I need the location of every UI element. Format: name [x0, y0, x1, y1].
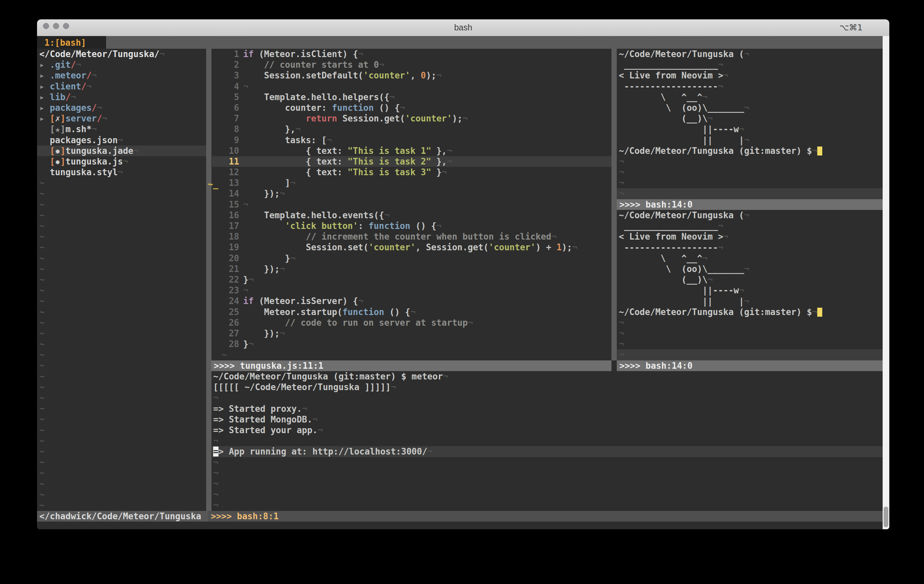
- terminal-line: ¬: [211, 392, 883, 403]
- nerdtree-item[interactable]: ▸ client/¬: [37, 81, 208, 92]
- empty-line-tilde: ~: [37, 307, 208, 318]
- empty-line-tilde: ~: [37, 264, 208, 274]
- terminal-line: ¬: [211, 489, 883, 500]
- code-line: 14 });¬: [211, 188, 611, 199]
- statusline-editor: >>>> tunguska.js:11:1: [211, 361, 611, 371]
- terminal-line: => Started your app.¬: [211, 425, 883, 435]
- code-line: 8 },¬: [211, 124, 611, 134]
- empty-line-tilde: ~: [37, 425, 208, 435]
- terminal-cursor: [817, 147, 822, 156]
- terminal-line: ¬: [617, 349, 883, 360]
- code-line: 9 tasks: [¬: [211, 135, 611, 146]
- empty-line-tilde: ~: [37, 242, 208, 253]
- scrollbar-track[interactable]: [883, 36, 889, 529]
- code-line: 15¬: [211, 199, 611, 210]
- window-title: bash: [37, 23, 889, 32]
- code-line: 6 counter: function () {¬: [211, 103, 611, 113]
- nerdtree-item[interactable]: [✹]tunguska.js¬: [37, 156, 208, 167]
- empty-line-tilde: ~: [37, 382, 208, 392]
- nerdtree-item[interactable]: [★]m.sh*¬: [37, 124, 208, 134]
- code-editor-pane[interactable]: 1if (Meteor.isClient) {¬2 // counter sta…: [211, 49, 611, 360]
- code-line: 3 Session.setDefault('counter', 0);¬: [211, 70, 611, 81]
- empty-line-tilde: ~: [37, 199, 208, 210]
- terminal-line: => Started proxy.¬: [211, 404, 883, 414]
- statusline-nerdtree: </chadwick/Code/Meteor/Tunguska: [37, 511, 208, 521]
- empty-line-tilde: ~: [37, 349, 208, 360]
- terminal-line: ¬: [211, 478, 883, 489]
- code-line: 24if (Meteor.isServer) {¬: [211, 296, 611, 306]
- nerdtree-item[interactable]: ▸ lib/¬: [37, 92, 208, 103]
- empty-line-tilde: ~: [37, 457, 208, 468]
- code-line: 23¬: [211, 285, 611, 296]
- code-line: 1if (Meteor.isClient) {¬: [211, 49, 611, 60]
- terminal-line: __________________¬: [617, 60, 883, 70]
- terminal-line: ¬: [617, 177, 883, 188]
- terminal-line: (__)\¬: [617, 113, 883, 124]
- empty-line-tilde: ~: [37, 328, 208, 339]
- code-line: 26 // code to run on server at startup¬: [211, 318, 611, 328]
- nerdtree-item[interactable]: ▸ [✗]server/¬: [37, 113, 208, 124]
- empty-line-tilde: ~: [37, 339, 208, 349]
- window-titlebar[interactable]: bash ⌥⌘1: [37, 19, 889, 36]
- statusline-active-terminal: >>>> bash:8:1: [208, 511, 883, 521]
- nerdtree-item[interactable]: ▸ packages/¬: [37, 103, 208, 113]
- end-of-buffer-line: ~: [211, 349, 611, 360]
- nerdtree-item[interactable]: ▸ .git/¬: [37, 60, 208, 70]
- code-line: 17 'click button': function () {¬: [211, 221, 611, 231]
- code-line: 20 }¬: [211, 253, 611, 264]
- vertical-split-separator-right[interactable]: [611, 49, 617, 361]
- terminal-pane-mid-right[interactable]: ~/Code/Meteor/Tunguska (¬ ______________…: [617, 210, 883, 361]
- code-line: 13 ]¬: [211, 177, 611, 188]
- scrollbar-thumb[interactable]: [884, 506, 888, 527]
- terminal-line: ¬: [617, 156, 883, 167]
- terminal-line: ¬: [211, 468, 883, 478]
- terminal-line: ¬: [617, 328, 883, 339]
- terminal-pane-top-right[interactable]: ~/Code/Meteor/Tunguska (¬ ______________…: [617, 49, 883, 199]
- code-line: 4¬: [211, 81, 611, 92]
- statusline-terminal-top-right: >>>> bash:14:0: [617, 199, 883, 210]
- tab-shortcut-hint: ⌥⌘1: [839, 23, 863, 32]
- nerdtree-item[interactable]: [✹]tunguska.jade¬: [37, 146, 208, 156]
- terminal-line: ¬: [617, 318, 883, 328]
- empty-line-tilde: ~: [37, 489, 208, 500]
- terminal-line: ~/Code/Meteor/Tunguska (git:master) $¬: [617, 146, 883, 156]
- terminal-line: ~/Code/Meteor/Tunguska (git:master) $¬: [617, 307, 883, 318]
- nerdtree-item[interactable]: packages.json¬: [37, 135, 208, 146]
- empty-line-tilde: ~: [37, 253, 208, 264]
- terminal-window: bash ⌥⌘1 1:[bash] </Code/Meteor/Tunguska…: [37, 19, 889, 529]
- code-line: 10 { text: "This is task 1" },¬: [211, 146, 611, 156]
- code-line: 28}¬: [211, 339, 611, 349]
- empty-line-tilde: ~: [37, 371, 208, 382]
- nerdtree-item[interactable]: tunguska.styl¬: [37, 167, 208, 177]
- empty-line-tilde: ~: [37, 468, 208, 478]
- empty-line-tilde: ~: [37, 360, 208, 371]
- tmux-active-window-tab[interactable]: 1:[bash]: [37, 36, 106, 49]
- empty-line-tilde: ~: [37, 403, 208, 414]
- empty-line-tilde: ~: [37, 177, 208, 188]
- empty-line-tilde: ~: [37, 221, 208, 231]
- tmux-window-label: 1:[bash]: [45, 37, 86, 48]
- empty-line-tilde: ~: [37, 446, 208, 457]
- vertical-split-separator-left[interactable]: [206, 49, 211, 511]
- terminal-line: \ ^__^¬: [617, 92, 883, 103]
- empty-line-tilde: ~: [37, 392, 208, 403]
- terminal-line: => App running at: http://localhost:3000…: [211, 446, 883, 457]
- terminal-line: \ (oo)\_______¬: [617, 264, 883, 274]
- terminal-line: (__)\¬: [617, 274, 883, 285]
- code-line: 5 Template.hello.helpers({¬: [211, 92, 611, 103]
- terminal-pane-bottom[interactable]: ~/Code/Meteor/Tunguska (git:master) $ me…: [211, 371, 883, 511]
- code-line: 27 });¬: [211, 328, 611, 339]
- nerdtree-pane[interactable]: </Code/Meteor/Tunguska/¬▸ .git/¬▸ .meteo…: [37, 49, 208, 511]
- terminal-line: ~/Code/Meteor/Tunguska (¬: [617, 49, 883, 60]
- empty-line-tilde: ~: [37, 231, 208, 242]
- terminal-line: [[[[[ ~/Code/Meteor/Tunguska ]]]]]¬: [211, 382, 883, 392]
- code-line: 11 { text: "This is task 2" },¬: [211, 156, 611, 167]
- nerdtree-item[interactable]: ▸ .meteor/¬: [37, 70, 208, 81]
- code-line: 18 // increment the counter when button …: [211, 231, 611, 242]
- terminal-cursor: =: [213, 447, 218, 457]
- statusline-terminal-mid-right: >>>> bash:14:0: [617, 361, 883, 371]
- terminal-line: ------------------¬: [617, 242, 883, 253]
- nerdtree-root-header: </Code/Meteor/Tunguska/¬: [37, 49, 208, 60]
- empty-line-tilde: ~: [37, 210, 208, 221]
- terminal-line: || |¬: [617, 135, 883, 146]
